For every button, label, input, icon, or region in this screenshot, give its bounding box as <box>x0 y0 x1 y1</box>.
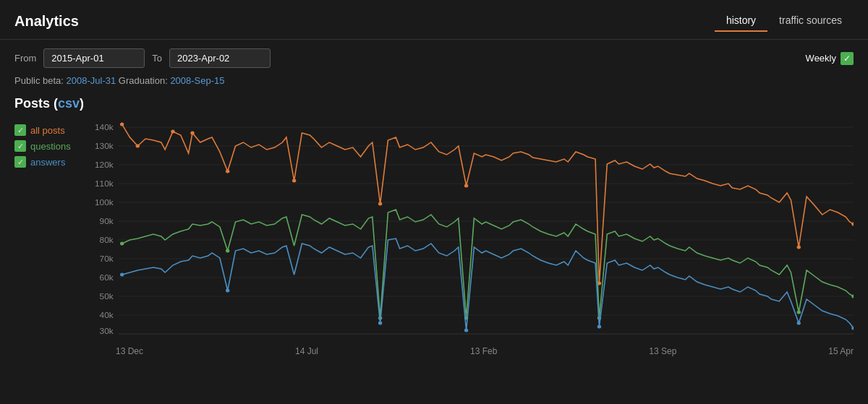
tab-history[interactable]: history <box>715 10 767 32</box>
svg-text:50k: 50k <box>100 292 114 301</box>
csv-link[interactable]: csv <box>58 96 80 111</box>
legend-label-questions: questions <box>30 141 71 152</box>
to-date-input[interactable] <box>169 48 271 68</box>
svg-point-40 <box>797 311 801 314</box>
svg-point-44 <box>378 322 382 325</box>
chart-legend: ✓ all posts ✓ questions ✓ answers <box>14 117 87 356</box>
weekly-toggle[interactable]: Weekly ✓ <box>806 52 854 65</box>
posts-section-title: Posts (csv) <box>0 92 868 117</box>
svg-point-27 <box>190 132 194 135</box>
svg-point-35 <box>120 242 124 246</box>
x-label-4: 15 Apr <box>828 346 854 356</box>
legend-check-questions: ✓ <box>14 140 26 152</box>
legend-questions[interactable]: ✓ questions <box>14 140 87 152</box>
weekly-check-icon: ✓ <box>841 52 854 65</box>
to-label: To <box>152 53 162 64</box>
from-label: From <box>14 53 36 64</box>
svg-text:100k: 100k <box>95 198 114 207</box>
svg-text:40k: 40k <box>100 311 114 319</box>
svg-point-33 <box>797 246 801 249</box>
legend-answers[interactable]: ✓ answers <box>14 156 87 168</box>
svg-text:30k: 30k <box>100 327 114 335</box>
x-label-1: 14 Jul <box>295 346 318 356</box>
tab-traffic-sources[interactable]: traffic sources <box>767 10 854 32</box>
svg-text:110k: 110k <box>95 179 114 188</box>
svg-point-45 <box>464 329 468 332</box>
svg-text:140k: 140k <box>95 123 114 132</box>
weekly-label: Weekly <box>806 53 836 64</box>
svg-point-47 <box>797 322 801 325</box>
x-label-0: 13 Dec <box>116 346 143 356</box>
svg-point-42 <box>120 273 124 277</box>
x-label-3: 13 Sep <box>649 346 676 356</box>
svg-point-26 <box>171 130 174 134</box>
chart-area: ✓ all posts ✓ questions ✓ answers 140k 1… <box>0 117 868 356</box>
legend-label-all-posts: all posts <box>30 125 65 136</box>
svg-point-43 <box>226 289 229 293</box>
svg-point-28 <box>226 170 229 173</box>
from-date-input[interactable] <box>43 48 145 68</box>
graduation-label: Graduation: <box>119 75 171 86</box>
public-beta-link[interactable]: 2008-Jul-31 <box>67 75 116 86</box>
svg-point-31 <box>464 184 468 188</box>
svg-text:80k: 80k <box>100 236 114 244</box>
legend-label-answers: answers <box>30 157 65 168</box>
svg-point-46 <box>597 325 601 329</box>
legend-check-answers: ✓ <box>14 156 26 168</box>
legend-check-all-posts: ✓ <box>14 124 26 136</box>
svg-point-36 <box>226 249 229 253</box>
svg-point-30 <box>378 202 382 206</box>
chart-svg: 140k 130k 120k 110k 100k 90k 80k 70k 60k… <box>87 117 854 341</box>
header: Analytics history traffic sources <box>0 0 868 40</box>
svg-text:120k: 120k <box>95 160 114 169</box>
beta-info: Public beta: 2008-Jul-31 Graduation: 200… <box>0 72 868 92</box>
x-label-2: 13 Feb <box>470 346 497 356</box>
page-title: Analytics <box>14 13 79 30</box>
beta-text: Public beta: <box>14 75 67 86</box>
svg-text:130k: 130k <box>95 142 114 150</box>
svg-point-24 <box>120 123 124 126</box>
svg-text:70k: 70k <box>100 254 114 263</box>
svg-text:60k: 60k <box>100 273 114 282</box>
svg-point-29 <box>292 179 296 183</box>
legend-all-posts[interactable]: ✓ all posts <box>14 124 87 136</box>
graduation-link[interactable]: 2008-Sep-15 <box>170 75 224 86</box>
controls-row: From To Weekly ✓ <box>0 40 868 72</box>
tab-bar: history traffic sources <box>715 10 854 32</box>
chart-container: 140k 130k 120k 110k 100k 90k 80k 70k 60k… <box>87 117 854 356</box>
svg-text:90k: 90k <box>100 217 114 225</box>
svg-point-25 <box>136 145 140 148</box>
x-axis-labels: 13 Dec 14 Jul 13 Feb 13 Sep 15 Apr <box>87 343 854 356</box>
